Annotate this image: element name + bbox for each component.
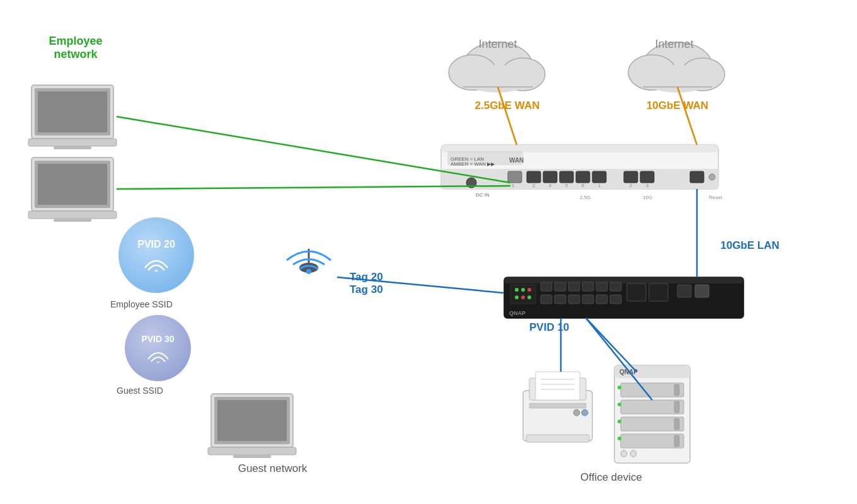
svg-point-112 [306,269,311,274]
svg-rect-107 [217,400,287,441]
svg-point-93 [573,410,580,416]
svg-rect-10 [643,74,712,87]
svg-rect-98 [28,139,117,146]
svg-rect-75 [674,384,679,396]
svg-rect-102 [38,164,107,205]
svg-line-119 [586,318,636,372]
svg-point-94 [582,410,588,416]
svg-rect-109 [233,455,271,458]
svg-rect-19 [508,171,522,183]
svg-text:Reset: Reset [709,195,723,200]
internet-label-2: Internet [636,38,712,51]
laptop-employee-2 [28,158,117,222]
office-device-label: Office device [561,471,662,484]
svg-rect-27 [690,171,704,183]
svg-rect-92 [526,435,589,442]
wan-label-2: 10GbE WAN [636,100,718,112]
svg-rect-21 [543,171,557,183]
lan-10gbe-label: 10GbE LAN [712,239,788,252]
svg-line-116 [677,87,697,145]
printer-device [523,372,592,442]
svg-rect-64 [649,284,668,301]
employee-network-label: Employee network [35,35,117,61]
svg-point-50 [527,295,531,299]
svg-rect-104 [54,219,91,222]
svg-rect-4 [463,74,532,87]
pvid-10-label: PVID 10 [529,321,569,334]
svg-point-46 [521,288,525,292]
svg-point-83 [621,450,627,457]
svg-point-122 [155,270,158,272]
svg-text:6: 6 [582,183,585,188]
wan-label-1: 2.5GbE WAN [466,100,548,112]
svg-point-28 [709,174,715,180]
svg-rect-65 [677,285,691,297]
svg-rect-24 [592,171,606,183]
guest-ssid-label: Guest SSID [117,386,163,396]
svg-point-123 [157,362,159,363]
svg-point-81 [618,420,621,423]
svg-rect-99 [54,146,91,149]
svg-rect-66 [695,285,709,297]
svg-text:2: 2 [630,183,633,188]
svg-rect-63 [627,284,646,301]
svg-text:QNAP: QNAP [509,310,526,316]
svg-text:3: 3 [646,183,649,188]
tag-30-label: Tag 30 [350,284,383,296]
svg-text:1: 1 [598,183,601,188]
svg-rect-52 [555,282,566,291]
pvid-30-label: PVID 30 [141,334,174,344]
svg-rect-43 [504,277,744,284]
svg-rect-103 [28,211,117,219]
svg-rect-87 [536,372,580,400]
svg-text:AMBER = WAN ▶▶: AMBER = WAN ▶▶ [451,161,495,167]
guest-network-label: Guest network [214,462,331,475]
svg-point-80 [618,403,621,406]
svg-text:DC IN: DC IN [476,192,490,198]
svg-rect-77 [674,418,679,430]
managed-switch: QNAP [504,277,744,318]
svg-point-45 [515,288,519,292]
svg-rect-58 [555,295,566,304]
pvid-20-circle: PVID 20 [118,217,194,293]
svg-point-48 [515,295,519,299]
svg-rect-57 [541,295,552,304]
svg-text:4: 4 [549,183,552,188]
svg-point-84 [630,450,636,457]
tag-label: Tag 20 Tag 30 [350,271,383,296]
wifi-access-point [287,249,331,274]
svg-rect-26 [640,171,654,183]
svg-text:WAN: WAN [509,157,524,164]
svg-text:2.5G: 2.5G [580,195,590,200]
svg-rect-78 [674,435,679,447]
nas-device: QNAP [614,365,690,463]
svg-text:5: 5 [565,183,568,188]
laptop-guest [208,394,296,458]
pvid-20-label: PVID 20 [137,239,175,250]
svg-rect-60 [582,295,594,304]
svg-rect-54 [582,282,594,291]
svg-text:10G: 10G [643,195,652,200]
internet-label-1: Internet [460,38,536,51]
employee-ssid-label: Employee SSID [110,299,173,309]
svg-rect-62 [610,295,621,304]
router-wan: GREEN = LAN AMBER = WAN ▶▶ WAN [441,145,723,200]
svg-text:1: 1 [512,183,515,188]
svg-rect-108 [208,447,296,455]
svg-point-79 [618,386,621,389]
svg-rect-22 [560,171,573,183]
svg-rect-25 [624,171,638,183]
svg-rect-76 [674,401,679,413]
svg-rect-53 [568,282,580,291]
svg-rect-51 [541,282,552,291]
svg-point-82 [618,437,621,440]
laptop-employee-1 [28,85,117,149]
tag-20-label: Tag 20 [350,271,383,284]
pvid-30-circle: PVID 30 [125,315,191,381]
svg-rect-91 [529,403,586,408]
svg-rect-97 [38,91,107,132]
svg-rect-20 [527,171,541,183]
svg-rect-61 [596,295,607,304]
svg-rect-55 [596,282,607,291]
svg-line-115 [498,87,517,145]
